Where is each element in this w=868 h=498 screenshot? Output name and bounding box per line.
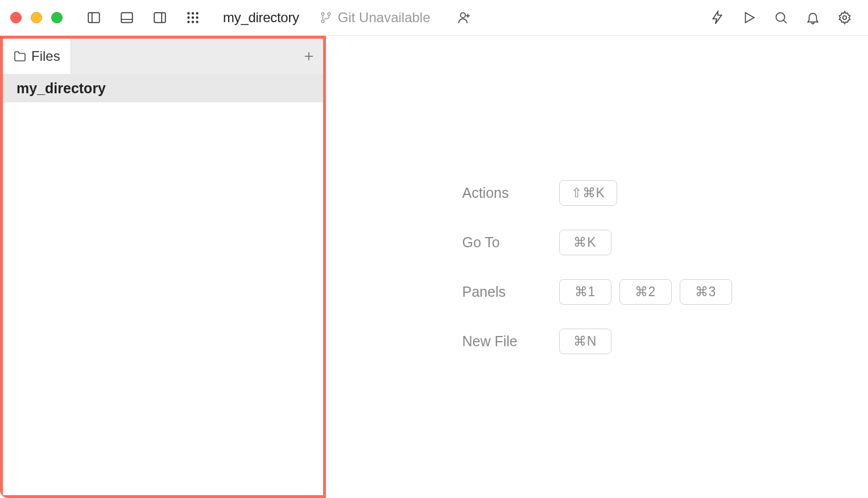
svg-point-10 — [192, 16, 194, 19]
shortcut-group: ⌘K — [559, 230, 611, 255]
svg-point-6 — [187, 12, 189, 14]
svg-rect-4 — [154, 13, 166, 22]
panel-left-icon — [86, 10, 101, 25]
sidebar-tabs-spacer — [71, 39, 295, 74]
shortcut-group: ⌘1 ⌘2 ⌘3 — [559, 279, 732, 305]
svg-point-17 — [321, 20, 324, 23]
shortcut-key[interactable]: ⇧⌘K — [559, 180, 617, 206]
file-tree[interactable]: my_directory — [3, 74, 323, 495]
svg-point-15 — [321, 13, 324, 15]
search-icon — [774, 10, 788, 25]
shortcut-key[interactable]: ⌘1 — [559, 279, 611, 305]
search-button[interactable] — [768, 5, 794, 31]
app-menu-button[interactable] — [180, 5, 206, 31]
bell-icon — [805, 10, 820, 25]
svg-point-16 — [328, 13, 330, 15]
shortcut-key[interactable]: ⌘N — [559, 329, 611, 354]
svg-point-13 — [192, 20, 194, 23]
toggle-bottom-panel-button[interactable] — [114, 5, 140, 31]
panel-right-icon — [152, 10, 167, 25]
svg-marker-21 — [746, 13, 754, 22]
svg-point-9 — [187, 16, 189, 19]
root-folder-item[interactable]: my_directory — [3, 74, 323, 102]
git-branch-icon — [320, 11, 332, 24]
shortcut-group: ⌘N — [559, 329, 611, 354]
sidebar-tabs: Files — [3, 39, 323, 74]
files-tab-label: Files — [31, 48, 60, 64]
svg-point-12 — [187, 20, 189, 23]
svg-point-22 — [776, 13, 784, 21]
svg-rect-2 — [121, 13, 133, 22]
titlebar-right-actions — [704, 5, 858, 31]
folder-icon — [13, 49, 27, 63]
welcome-row-goto: Go To ⌘K — [462, 230, 732, 255]
maximize-window-button[interactable] — [51, 12, 63, 23]
grid-icon — [185, 10, 200, 25]
toggle-right-panel-button[interactable] — [147, 5, 173, 31]
welcome-row-panels: Panels ⌘1 ⌘2 ⌘3 — [462, 279, 732, 305]
svg-point-8 — [196, 12, 198, 14]
close-window-button[interactable] — [10, 12, 22, 23]
minimize-window-button[interactable] — [31, 12, 42, 23]
actions-button[interactable] — [704, 5, 730, 31]
svg-point-14 — [196, 20, 198, 23]
svg-point-18 — [460, 13, 465, 18]
settings-button[interactable] — [832, 5, 858, 31]
welcome-label: Panels — [462, 284, 531, 300]
shortcut-key[interactable]: ⌘2 — [619, 279, 672, 305]
run-button[interactable] — [736, 5, 762, 31]
app-window: my_directory Git Unavailable — [0, 0, 868, 498]
shortcut-key[interactable]: ⌘3 — [680, 279, 732, 305]
svg-point-24 — [843, 16, 847, 20]
shortcut-key[interactable]: ⌘K — [559, 230, 611, 255]
main-body: Files my_directory Actions ⇧⌘K — [0, 36, 868, 498]
gear-icon — [837, 10, 852, 25]
svg-rect-0 — [88, 13, 100, 22]
welcome-label: New File — [462, 333, 531, 350]
welcome-row-actions: Actions ⇧⌘K — [462, 180, 732, 206]
project-title[interactable]: my_directory — [223, 10, 299, 26]
add-sidebar-tab-button[interactable] — [295, 39, 323, 74]
files-sidebar: Files my_directory — [0, 36, 326, 498]
editor-area: Actions ⇧⌘K Go To ⌘K Panels ⌘1 ⌘2 — [326, 36, 868, 498]
svg-point-7 — [192, 12, 194, 14]
notifications-button[interactable] — [800, 5, 826, 31]
add-collaborator-button[interactable] — [451, 5, 477, 31]
user-plus-icon — [457, 10, 472, 25]
welcome-row-newfile: New File ⌘N — [462, 329, 732, 354]
welcome-shortcuts: Actions ⇧⌘K Go To ⌘K Panels ⌘1 ⌘2 — [462, 180, 732, 354]
panel-bottom-icon — [119, 10, 134, 25]
files-tab[interactable]: Files — [3, 39, 71, 74]
plus-icon — [302, 49, 316, 63]
play-icon — [742, 10, 757, 25]
titlebar: my_directory Git Unavailable — [0, 0, 868, 36]
git-status-text: Git Unavailable — [338, 10, 431, 26]
svg-point-11 — [196, 16, 198, 19]
welcome-label: Go To — [462, 234, 531, 251]
window-controls — [10, 12, 63, 23]
welcome-label: Actions — [462, 185, 531, 201]
shortcut-group: ⇧⌘K — [559, 180, 617, 206]
git-status[interactable]: Git Unavailable — [320, 10, 431, 26]
svg-line-23 — [784, 20, 787, 23]
bolt-icon — [710, 10, 725, 25]
toggle-left-panel-button[interactable] — [81, 5, 107, 31]
